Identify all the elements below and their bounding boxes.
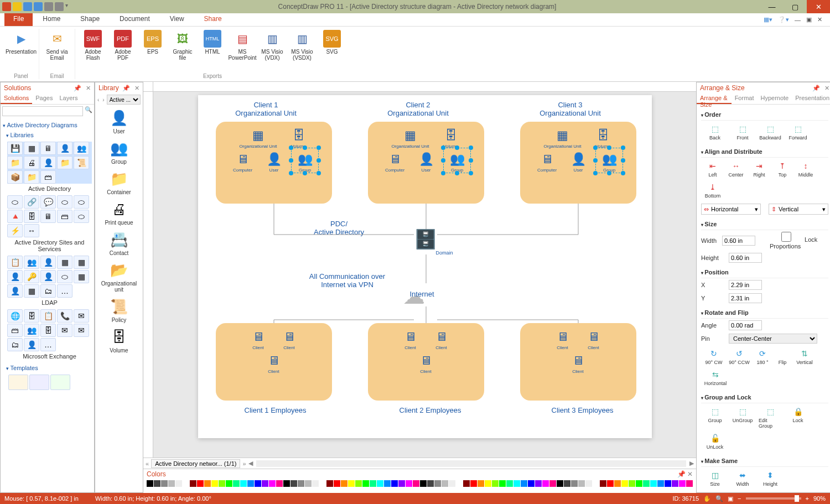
tab-view[interactable]: View <box>160 13 194 26</box>
pin-select[interactable]: Center-Center <box>729 334 817 344</box>
help-icon[interactable]: ❔▾ <box>778 16 789 23</box>
distribute-horizontal[interactable]: ⇔Horizontal▾ <box>701 204 761 215</box>
mdi-close-icon[interactable]: ✕ <box>817 16 822 23</box>
lib-next-icon[interactable]: › <box>101 97 105 103</box>
zoom-slider[interactable] <box>746 497 801 500</box>
ruler-vertical[interactable] <box>143 92 153 458</box>
new-icon[interactable] <box>13 2 22 11</box>
shape-user[interactable]: 👤User <box>97 107 141 134</box>
templates-thumbs[interactable] <box>8 375 92 390</box>
export-html-button[interactable]: HTMLHTML <box>198 29 227 73</box>
library-ldap[interactable]: 📋👥👤▦▦ 👤🔑👤⬭▦ 👤▦🗂… <box>7 256 92 298</box>
export-powerpoint-button[interactable]: ▤MS PowerPoint <box>228 29 257 73</box>
export-pdf-button[interactable]: PDFAdobe PDF <box>108 29 137 73</box>
shape-group[interactable]: 👥Group <box>97 138 141 165</box>
tab-home[interactable]: Home <box>33 13 70 26</box>
send-email-button[interactable]: ✉ Send via Email <box>43 29 71 73</box>
close-panel-icon[interactable]: ✕ <box>824 85 829 92</box>
search-icon[interactable]: 🔍 <box>85 106 92 116</box>
ungroup-button[interactable]: ⬚UnGroup <box>731 407 754 429</box>
height-input[interactable] <box>729 253 762 263</box>
lib-prev-icon[interactable]: ‹ <box>96 97 100 103</box>
tab-document[interactable]: Document <box>110 13 160 26</box>
export-visio-vdx-button[interactable]: ▥MS Visio (VDX) <box>258 29 287 73</box>
library-ad-sites[interactable]: ⬭🔗💬⬭⬭ 🔺🗄🖥🗃 ⬭⚡↔ <box>7 195 92 237</box>
mdi-minimize-icon[interactable]: — <box>795 17 801 23</box>
hscroll-right-icon[interactable]: ▶ <box>689 460 694 467</box>
section-make-same[interactable]: Make Same <box>701 455 828 467</box>
presentation-button[interactable]: ▶ Presentation <box>7 29 35 73</box>
solutions-tab-solutions[interactable]: Solutions <box>1 93 32 104</box>
zoom-out-icon[interactable]: − <box>738 495 741 502</box>
same-size-button[interactable]: ◫Size <box>703 470 727 487</box>
ruler-horizontal[interactable] <box>153 82 696 92</box>
export-visio-vsdx-button[interactable]: ▥MS Visio (VSDX) <box>288 29 317 73</box>
rotate-cw-button[interactable]: ↻90° CW <box>703 349 724 365</box>
tree-libraries[interactable]: Libraries <box>6 130 92 140</box>
angle-input[interactable] <box>729 320 762 330</box>
flip-horizontal-button[interactable]: ⇆Horizontal <box>703 370 728 386</box>
order-back-button[interactable]: ⬚Back <box>703 124 727 141</box>
same-height-button[interactable]: ⬍Height <box>759 470 782 487</box>
pin-icon[interactable]: 📌 ✕ <box>677 470 693 478</box>
export-eps-button[interactable]: EPSEPS <box>138 29 167 73</box>
flip-vertical-button[interactable]: ⇅Vertical <box>794 349 815 365</box>
section-order[interactable]: Order <box>701 109 828 121</box>
align-center-button[interactable]: ↔Center <box>727 161 745 178</box>
align-middle-button[interactable]: ↕Middle <box>796 161 815 178</box>
rtab-format[interactable]: Format <box>732 93 758 104</box>
employees-box-1[interactable]: 🖥Client🖥Client 🖥Client <box>216 323 332 401</box>
same-width-button[interactable]: ⬌Width <box>731 470 754 487</box>
drawing-page[interactable]: Client 1Organizational Unit Client 2Orga… <box>198 95 652 438</box>
order-forward-button[interactable]: ⬚Forward <box>786 124 810 141</box>
color-swatches[interactable] <box>143 479 696 488</box>
align-left-button[interactable]: ⇤Left <box>703 161 722 178</box>
solutions-search-input[interactable] <box>2 106 83 116</box>
align-right-button[interactable]: ⇥Right <box>750 161 769 178</box>
tab-scroll-left-icon[interactable]: « <box>146 460 149 467</box>
section-size[interactable]: Size <box>701 219 828 230</box>
mdi-restore-icon[interactable]: ▣ <box>806 16 812 23</box>
solutions-tab-layers[interactable]: Layers <box>56 93 81 104</box>
open-icon[interactable] <box>23 2 32 11</box>
library-selector[interactable]: Active ... <box>107 95 141 105</box>
pin-icon[interactable]: 📌 <box>812 85 820 92</box>
group-button[interactable]: ⬚Group <box>703 407 727 429</box>
pin-icon[interactable]: 📌 <box>74 85 81 92</box>
domain-server-icon[interactable]: 🗄️ <box>414 228 437 250</box>
rtab-hypernote[interactable]: Hypernote <box>757 93 792 104</box>
library-exchange[interactable]: 🌐🗄📋📞 ✉🗃👥🗄 ✉✉🗂👤… <box>7 309 92 351</box>
library-active-directory[interactable]: 💾▦🖥👤👥 📁🖨👤📁📜 📦📁🗃 <box>7 142 92 184</box>
lock-proportions-checkbox[interactable] <box>770 232 803 242</box>
org-unit-box-1[interactable]: ▦Organizational Unit🗄Volume 🖥Computer👤Us… <box>216 122 332 204</box>
org-unit-box-3[interactable]: ▦Organizational Unit🗄Volume 🖥Computer👤Us… <box>520 122 636 204</box>
close-panel-icon[interactable]: ✕ <box>86 85 91 92</box>
lock-button[interactable]: 🔒Lock <box>786 407 810 429</box>
distribute-vertical[interactable]: ⇕Vertical▾ <box>769 204 828 215</box>
shape-org-unit[interactable]: 📂Organizational unit <box>97 259 141 293</box>
zoom-in-icon[interactable]: + <box>806 495 809 502</box>
rtab-presentation[interactable]: Presentation <box>792 93 830 104</box>
rtab-arrange[interactable]: Arrange & Size <box>697 93 732 104</box>
solutions-tab-pages[interactable]: Pages <box>32 93 56 104</box>
preview-icon[interactable] <box>55 2 64 11</box>
export-svg-button[interactable]: SVGSVG <box>318 29 346 73</box>
order-front-button[interactable]: ⬚Front <box>731 124 754 141</box>
tab-shape[interactable]: Shape <box>70 13 110 26</box>
org-unit-box-2[interactable]: ▦Organizational Unit🗄Volume 🖥Computer👤Us… <box>368 122 484 204</box>
close-button[interactable]: ✕ <box>807 0 830 13</box>
tree-active-directory-diagrams[interactable]: Active Directory Diagrams <box>3 120 92 130</box>
shape-contact[interactable]: 📇Contact <box>97 229 141 256</box>
pin-icon[interactable]: 📌 <box>122 85 130 92</box>
shape-policy[interactable]: 📜Policy <box>97 296 141 323</box>
page-tab[interactable]: Active Directory networ... (1/1) <box>151 459 240 468</box>
align-bottom-button[interactable]: ⤓Bottom <box>703 182 722 199</box>
tab-scroll-right-icon[interactable]: » <box>242 460 246 467</box>
order-backward-button[interactable]: ⬚Backward <box>759 124 782 141</box>
zoom-tool-icon[interactable]: 🔍 <box>715 495 723 502</box>
close-panel-icon[interactable]: ✕ <box>134 85 139 92</box>
hscroll-left-icon[interactable]: ◀ <box>248 460 253 467</box>
rotate-ccw-button[interactable]: ↺90° CCW <box>729 349 750 365</box>
edit-group-button[interactable]: ⬚Edit Group <box>759 407 782 429</box>
minimize-button[interactable]: — <box>760 0 784 13</box>
